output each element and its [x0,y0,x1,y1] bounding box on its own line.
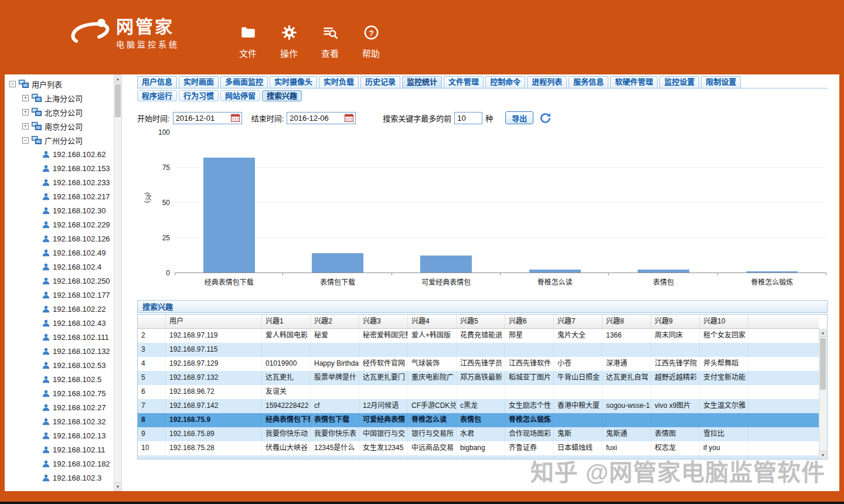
tree-group-上海分公司[interactable]: +上海分公司 [5,91,113,105]
col-header-兴趣2[interactable]: 兴趣2 [311,315,359,328]
menu-item-帮助[interactable]: ?帮助 [362,25,380,59]
tree-item-label: 192.168.102.32 [53,417,106,426]
tree-group-广州分公司[interactable]: −广州分公司 [5,133,113,147]
tab-实时画面[interactable]: 实时画面 [179,76,219,88]
tab-用户信息[interactable]: 用户信息 [137,76,177,88]
start-date-picker[interactable] [173,112,242,124]
top-count-input[interactable] [454,112,482,124]
tree-group-北京分公司[interactable]: +北京分公司 [5,105,113,119]
tree-item-label: 192.168.102.53 [53,361,106,370]
tab-软硬件管理[interactable]: 软硬件管理 [610,76,658,88]
table-row-3[interactable]: 3192.168.97.115 [138,343,819,357]
tree-ip-192.168.102.62[interactable]: 192.168.102.62 [5,147,113,161]
tree-ip-192.168.102.22[interactable]: 192.168.102.22 [5,302,113,316]
tab-监控统计[interactable]: 监控统计 [402,76,442,88]
collapse-toggle-icon[interactable]: − [9,81,16,87]
tree-ip-192.168.102.3[interactable]: 192.168.102.3 [5,471,113,485]
tree-ip-192.168.102.182[interactable]: 192.168.102.182 [5,457,113,471]
tree-ip-192.168.102.217[interactable]: 192.168.102.217 [5,189,113,203]
bar-可爱经典表情包 [420,256,472,273]
tree-ip-192.168.102.177[interactable]: 192.168.102.177 [5,288,113,302]
start-date-input[interactable] [176,114,231,122]
refresh-icon[interactable] [539,113,552,124]
table-scrollbar[interactable]: ▲ ▼ [819,329,827,459]
tree-root-user-list[interactable]: −用户列表 [5,77,113,91]
col-header-兴趣4[interactable]: 兴趣4 [408,315,457,328]
calendar-icon[interactable] [345,114,353,122]
col-header-兴趣6[interactable]: 兴趣6 [505,315,554,328]
cell-interest-4: 银行与交易所 [408,427,457,441]
tree-ip-192.168.102.27[interactable]: 192.168.102.27 [5,400,113,414]
tree-ip-192.168.102.229[interactable]: 192.168.102.229 [5,217,113,231]
expand-toggle-icon[interactable]: + [22,123,29,130]
table-row-8[interactable]: 8192.168.75.9经典表情包下载表情包下载可爱经典表情脊椎怎么读表情包脊… [138,413,819,427]
tree-ip-192.168.102.5[interactable]: 192.168.102.5 [5,372,113,386]
tab-监控设置[interactable]: 监控设置 [659,76,699,88]
end-date-input[interactable] [290,114,345,122]
table-row-7[interactable]: 7192.168.97.14215942228422cf12月问候语CF手游CD… [138,399,819,413]
menu-item-操作[interactable]: 操作 [280,25,298,59]
tab-历史记录[interactable]: 历史记录 [360,76,400,88]
tab-文件管理[interactable]: 文件管理 [444,76,484,88]
col-header-兴趣1[interactable]: 兴趣1 [262,315,311,328]
user-icon [42,460,50,468]
col-header-兴趣9[interactable]: 兴趣9 [651,315,700,328]
export-button[interactable]: 导出 [505,111,533,124]
tree-ip-192.168.102.53[interactable]: 192.168.102.53 [5,358,113,372]
tab-控制命令[interactable]: 控制命令 [485,76,525,88]
scroll-up-icon[interactable]: ▲ [819,329,826,337]
subtab-网站停留[interactable]: 网站停留 [220,90,260,101]
cell-interest-9: 表情图 [651,427,700,441]
subtab-搜索兴趣[interactable]: 搜索兴趣 [262,90,302,101]
scroll-thumb[interactable] [115,84,121,117]
menu-item-文件[interactable]: 文件 [239,25,257,59]
expand-toggle-icon[interactable]: + [22,109,29,115]
tree-ip-192.168.102.75[interactable]: 192.168.102.75 [5,386,113,400]
tree-ip-192.168.102.4[interactable]: 192.168.102.4 [5,260,113,274]
tab-限制设置[interactable]: 限制设置 [701,76,741,88]
tree-ip-192.168.102.13[interactable]: 192.168.102.13 [5,428,113,442]
tab-实时摄像头[interactable]: 实时摄像头 [270,76,317,88]
menu-item-查看[interactable]: 查看 [321,25,339,59]
tab-多画面监控[interactable]: 多画面监控 [220,76,268,88]
tree-ip-192.168.102.30[interactable]: 192.168.102.30 [5,203,113,217]
table-row-4[interactable]: 4192.168.97.12901019900Happy Birthda经传软件… [138,357,819,371]
tree-ip-192.168.102.111[interactable]: 192.168.102.111 [5,330,113,344]
tree-ip-192.168.102.153[interactable]: 192.168.102.153 [5,161,113,175]
end-date-picker[interactable] [287,112,356,124]
col-header-用户[interactable]: 用户 [166,315,262,328]
table-row-5[interactable]: 5192.168.97.132达瓦更扎股票举牌是什达瓦更扎要门重庆电影院广郑万高… [138,371,819,385]
tree-ip-192.168.102.49[interactable]: 192.168.102.49 [5,246,113,260]
scroll-thumb[interactable] [820,338,826,390]
tree-ip-192.168.102.233[interactable]: 192.168.102.233 [5,175,113,189]
table-row-2[interactable]: 2192.168.97.119爱人韩国电影秘爱秘密爱韩国完整爱人+韩国版花费充错… [138,329,819,343]
tree-ip-192.168.102.250[interactable]: 192.168.102.250 [5,274,113,288]
tab-实时负载[interactable]: 实时负载 [319,76,359,88]
cell-interest-6: 合作现场图彩 [505,427,554,441]
sidebar-scrollbar[interactable]: ▲ ▼ [114,74,122,491]
scroll-up-icon[interactable]: ▲ [114,75,121,83]
tab-进程列表[interactable]: 进程列表 [527,76,567,88]
tree-ip-192.168.102.11[interactable]: 192.168.102.11 [5,442,113,457]
tree-ip-192.168.102.126[interactable]: 192.168.102.126 [5,231,113,246]
row-filler-cell [748,371,819,385]
user-icon [42,263,50,271]
tree-ip-192.168.102.32[interactable]: 192.168.102.32 [5,414,113,428]
table-row-6[interactable]: 6192.168.96.72友谊关 [138,385,819,399]
tree-group-南京分公司[interactable]: +南京分公司 [5,119,113,133]
tree-ip-192.168.102.43[interactable]: 192.168.102.43 [5,316,113,330]
col-header-兴趣8[interactable]: 兴趣8 [603,315,651,328]
tree-ip-192.168.102.132[interactable]: 192.168.102.132 [5,344,113,358]
scroll-down-icon[interactable]: ▼ [114,482,121,491]
calendar-icon[interactable] [231,114,240,122]
col-header-兴趣10[interactable]: 兴趣10 [700,315,748,328]
tab-服务信息[interactable]: 服务信息 [569,76,608,88]
subtab-行为习惯[interactable]: 行为习惯 [179,90,219,101]
expand-toggle-icon[interactable]: + [22,95,29,101]
collapse-toggle-icon[interactable]: − [22,137,29,144]
table-row-9[interactable]: 9192.168.75.89我要你快乐动我要你快乐表中国银行与交银行与交易所水君… [138,427,819,441]
col-header-兴趣7[interactable]: 兴趣7 [554,315,603,328]
col-header-兴趣5[interactable]: 兴趣5 [457,315,505,328]
subtab-程序运行[interactable]: 程序运行 [137,90,177,101]
col-header-兴趣3[interactable]: 兴趣3 [359,315,408,328]
